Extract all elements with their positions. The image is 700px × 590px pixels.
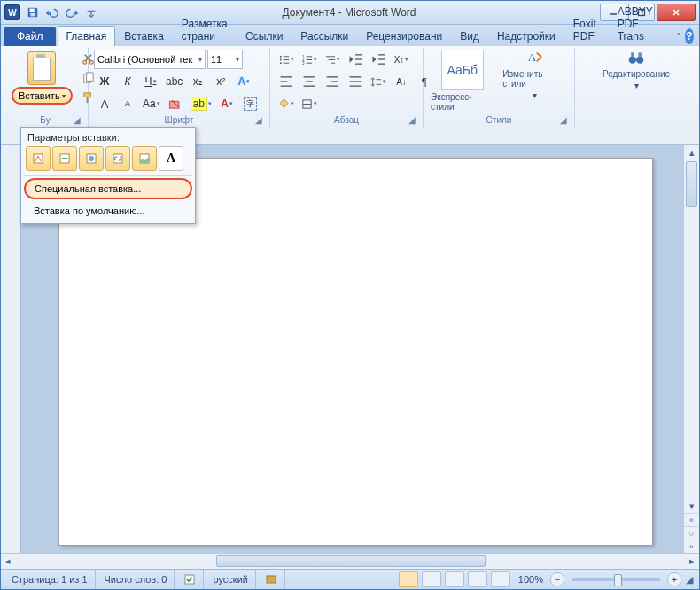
status-proofing-icon[interactable] xyxy=(176,570,204,589)
zoom-out-button[interactable]: − xyxy=(550,572,564,586)
vertical-scrollbar[interactable]: ▴ ▾ « ○ » xyxy=(683,145,699,553)
zoom-in-button[interactable]: + xyxy=(667,572,681,586)
bold-button[interactable]: Ж xyxy=(94,72,115,91)
sort-icon[interactable]: А↓ xyxy=(391,72,412,91)
status-macro-icon[interactable] xyxy=(258,570,285,589)
paste-option-keep-source-icon[interactable] xyxy=(26,146,51,171)
dialog-launcher-icon[interactable]: ◢ xyxy=(72,115,82,126)
scroll-thumb[interactable] xyxy=(686,161,697,207)
qat-customize-icon[interactable] xyxy=(82,4,100,21)
view-full-screen-icon[interactable] xyxy=(422,571,441,587)
change-styles-button[interactable]: A Изменить стили ▾ xyxy=(501,50,569,100)
asian-layout-icon[interactable]: X↕▾ xyxy=(391,50,412,69)
scroll-up-icon[interactable]: ▴ xyxy=(684,145,699,159)
group-styles: АаБб Экспресс-стили A Изменить стили ▾ С… xyxy=(424,48,575,128)
shading-icon[interactable]: ▾ xyxy=(276,94,297,113)
view-draft-icon[interactable] xyxy=(491,571,510,587)
tab-foxit[interactable]: Foxit PDF xyxy=(564,13,609,46)
borders-icon[interactable]: ▾ xyxy=(299,94,320,113)
status-word-count[interactable]: Число слов: 0 xyxy=(97,570,175,589)
line-spacing-icon[interactable]: ▾ xyxy=(368,72,389,91)
tab-view[interactable]: Вид xyxy=(451,26,488,46)
bullet-list-icon[interactable]: ▾ xyxy=(276,50,297,69)
horizontal-scrollbar[interactable]: ◂ ▸ xyxy=(1,553,699,569)
superscript-button[interactable]: x² xyxy=(210,72,231,91)
dialog-launcher-icon[interactable]: ◢ xyxy=(253,115,264,126)
group-label-clipboard: Бу◢ xyxy=(8,114,82,126)
redo-icon[interactable] xyxy=(63,4,81,21)
ruler-toggle-icon[interactable] xyxy=(684,128,699,145)
decrease-indent-icon[interactable] xyxy=(345,50,366,69)
font-size-combo[interactable]: 11▾ xyxy=(207,50,243,69)
ribbon-tabs: Файл Главная Вставка Разметка страни Ссы… xyxy=(1,25,699,46)
multilevel-list-icon[interactable]: ▾ xyxy=(322,50,343,69)
dialog-launcher-icon[interactable]: ◢ xyxy=(407,115,417,126)
paste-special-menu-item[interactable]: Специальная вставка... xyxy=(24,178,192,199)
paste-option-picture-icon[interactable] xyxy=(132,146,157,171)
editing-button[interactable]: Редактирование ▾ xyxy=(601,50,672,90)
font-name-combo[interactable]: Calibri (Основной тек▾ xyxy=(94,50,206,69)
paste-option-merge-icon[interactable] xyxy=(52,146,77,171)
zoom-slider-knob[interactable] xyxy=(614,574,622,586)
resize-grip-icon[interactable]: ◢ xyxy=(683,574,696,586)
minimize-ribbon-icon[interactable]: ˄ xyxy=(676,32,681,43)
paste-split-button[interactable]: Вставить▾ xyxy=(8,50,76,106)
view-web-icon[interactable] xyxy=(445,571,464,587)
next-page-icon[interactable]: » xyxy=(684,540,699,553)
enclose-chars-button[interactable]: 字 xyxy=(239,94,261,113)
paste-option-use-dest-icon[interactable] xyxy=(79,146,104,171)
grow-font-button[interactable]: A xyxy=(94,94,115,113)
zoom-slider[interactable] xyxy=(572,578,660,581)
svg-point-61 xyxy=(89,156,94,161)
align-left-icon[interactable] xyxy=(276,72,297,91)
svg-point-14 xyxy=(280,58,282,60)
tab-review[interactable]: Рецензировани xyxy=(357,26,451,46)
undo-icon[interactable] xyxy=(43,4,61,21)
align-right-icon[interactable] xyxy=(322,72,343,91)
italic-button[interactable]: К xyxy=(117,72,138,91)
shrink-font-button[interactable]: A xyxy=(117,94,138,113)
tab-references[interactable]: Ссылки xyxy=(237,26,292,46)
paste-option-text-only-icon[interactable]: A xyxy=(159,146,183,171)
tab-home[interactable]: Главная xyxy=(58,26,116,46)
justify-icon[interactable] xyxy=(345,72,366,91)
help-icon[interactable]: ? xyxy=(685,28,694,44)
change-case-button[interactable]: Aa▾ xyxy=(140,94,163,113)
prev-page-icon[interactable]: « xyxy=(684,513,699,526)
scroll-right-icon[interactable]: ▸ xyxy=(685,555,699,567)
view-print-layout-icon[interactable] xyxy=(399,571,418,587)
hscroll-thumb[interactable] xyxy=(216,555,486,567)
text-effects-button[interactable]: A▾ xyxy=(233,72,254,91)
view-outline-icon[interactable] xyxy=(468,571,487,587)
tab-addins[interactable]: Надстройки xyxy=(488,26,564,46)
numbered-list-icon[interactable]: 123▾ xyxy=(299,50,320,69)
style-preview: АаБб xyxy=(441,50,484,90)
group-font: Calibri (Основной тек▾ 11▾ Ж К Ч▾ abc x₂… xyxy=(89,48,270,128)
tab-insert[interactable]: Вставка xyxy=(115,26,173,46)
highlight-button[interactable]: ab▾ xyxy=(188,94,214,113)
paste-option-link-icon[interactable] xyxy=(105,146,130,171)
paste-popup-title: Параметры вставки: xyxy=(24,130,192,144)
align-center-icon[interactable] xyxy=(299,72,320,91)
paste-default-menu-item[interactable]: Вставка по умолчанию... xyxy=(24,201,192,221)
browse-object-icon[interactable]: ○ xyxy=(684,526,699,540)
tab-page-layout[interactable]: Разметка страни xyxy=(173,13,237,46)
scroll-left-icon[interactable]: ◂ xyxy=(1,555,15,567)
font-color-button[interactable]: A▾ xyxy=(216,94,237,113)
status-language[interactable]: русский xyxy=(206,570,255,589)
scroll-down-icon[interactable]: ▾ xyxy=(684,499,699,513)
tab-abbyy[interactable]: ABBYY PDF Trans xyxy=(609,1,676,46)
clear-format-icon[interactable] xyxy=(165,94,186,113)
save-icon[interactable] xyxy=(24,4,42,21)
ruler-vertical[interactable] xyxy=(1,145,21,553)
status-page[interactable]: Страница: 1 из 1 xyxy=(4,570,96,589)
underline-button[interactable]: Ч▾ xyxy=(140,72,161,91)
subscript-button[interactable]: x₂ xyxy=(187,72,208,91)
tab-mailings[interactable]: Рассылки xyxy=(292,26,357,46)
strike-button[interactable]: abc xyxy=(163,72,185,91)
increase-indent-icon[interactable] xyxy=(368,50,389,69)
quick-styles-button[interactable]: АаБб Экспресс-стили xyxy=(429,50,495,112)
dialog-launcher-icon[interactable]: ◢ xyxy=(558,115,569,126)
zoom-level[interactable]: 100% xyxy=(513,574,548,585)
tab-file[interactable]: Файл xyxy=(4,27,56,46)
